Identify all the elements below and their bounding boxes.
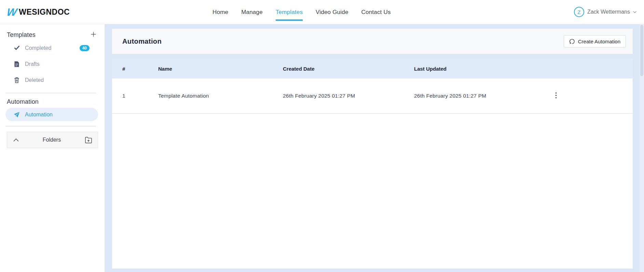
sidebar-item-label: Automation bbox=[25, 112, 53, 118]
page-header: Automation Create Automation bbox=[112, 29, 633, 54]
brand-logo[interactable]: W WESIGNDOC bbox=[0, 7, 70, 17]
row-index: 1 bbox=[112, 93, 148, 99]
table-header-row: # Name Created Date Last Updated bbox=[112, 59, 633, 78]
folders-toggle[interactable]: Folders bbox=[7, 132, 98, 148]
user-menu[interactable]: Z Zack Wettermans bbox=[574, 7, 644, 17]
create-automation-button[interactable]: Create Automation bbox=[564, 35, 626, 47]
page-title: Automation bbox=[122, 38, 162, 45]
sidebar: Templates Completed 40 Drafts D bbox=[0, 24, 105, 272]
completed-count-badge: 40 bbox=[80, 45, 90, 51]
automation-table: # Name Created Date Last Updated 1 Templ… bbox=[112, 59, 633, 269]
sidebar-item-label: Completed bbox=[25, 45, 51, 51]
automation-section-title: Automation bbox=[7, 98, 39, 105]
row-created-date: 26th February 2025 01:27 PM bbox=[273, 93, 404, 99]
folders-label: Folders bbox=[43, 137, 61, 143]
folder-plus-icon[interactable] bbox=[85, 137, 92, 143]
trash-icon bbox=[14, 77, 20, 83]
scrollbar-thumb[interactable] bbox=[640, 25, 643, 76]
nav-item-home[interactable]: Home bbox=[213, 0, 228, 24]
chevron-down-icon bbox=[633, 11, 636, 13]
row-actions-menu-button[interactable] bbox=[554, 91, 558, 101]
row-last-updated: 26th February 2025 01:27 PM bbox=[404, 93, 544, 99]
row-name: Template Automation bbox=[148, 93, 273, 99]
column-header-index: # bbox=[112, 66, 148, 72]
sidebar-item-label: Deleted bbox=[25, 77, 44, 83]
automation-icon bbox=[569, 39, 575, 44]
draft-icon bbox=[14, 61, 20, 67]
column-header-created-date: Created Date bbox=[273, 66, 404, 72]
kebab-icon bbox=[555, 92, 557, 100]
templates-section-title: Templates bbox=[7, 31, 36, 39]
sidebar-item-completed[interactable]: Completed 40 bbox=[0, 40, 105, 56]
check-icon bbox=[14, 45, 20, 51]
sidebar-divider bbox=[5, 126, 96, 126]
vertical-scrollbar[interactable] bbox=[640, 24, 644, 272]
sidebar-item-automation[interactable]: Automation bbox=[5, 108, 98, 121]
sidebar-item-drafts[interactable]: Drafts bbox=[0, 56, 105, 72]
add-template-button[interactable] bbox=[89, 30, 98, 40]
brand-logo-icon: W bbox=[6, 7, 18, 17]
nav-item-templates[interactable]: Templates bbox=[276, 0, 303, 24]
nav-item-contact-us[interactable]: Contact Us bbox=[361, 0, 391, 24]
nav-item-video-guide[interactable]: Video Guide bbox=[316, 0, 348, 24]
main-nav: Home Manage Templates Video Guide Contac… bbox=[213, 0, 391, 24]
brand-name: WESIGNDOC bbox=[19, 8, 70, 17]
top-navbar: W WESIGNDOC Home Manage Templates Video … bbox=[0, 0, 644, 24]
automation-section-header: Automation bbox=[0, 93, 105, 103]
user-name: Zack Wettermans bbox=[587, 9, 630, 15]
templates-section-header: Templates bbox=[0, 30, 105, 40]
main-content: Automation Create Automation # Name Crea… bbox=[105, 24, 644, 272]
create-automation-label: Create Automation bbox=[578, 39, 620, 44]
plus-icon bbox=[90, 31, 97, 39]
column-header-last-updated: Last Updated bbox=[404, 66, 544, 72]
nav-item-manage[interactable]: Manage bbox=[241, 0, 263, 24]
sidebar-item-label: Drafts bbox=[25, 61, 40, 67]
avatar: Z bbox=[574, 7, 584, 17]
sidebar-item-deleted[interactable]: Deleted bbox=[0, 72, 105, 88]
column-header-name: Name bbox=[148, 66, 273, 72]
paper-plane-icon bbox=[14, 112, 20, 118]
table-row[interactable]: 1 Template Automation 26th February 2025… bbox=[112, 78, 633, 114]
chevron-up-icon bbox=[13, 138, 19, 142]
